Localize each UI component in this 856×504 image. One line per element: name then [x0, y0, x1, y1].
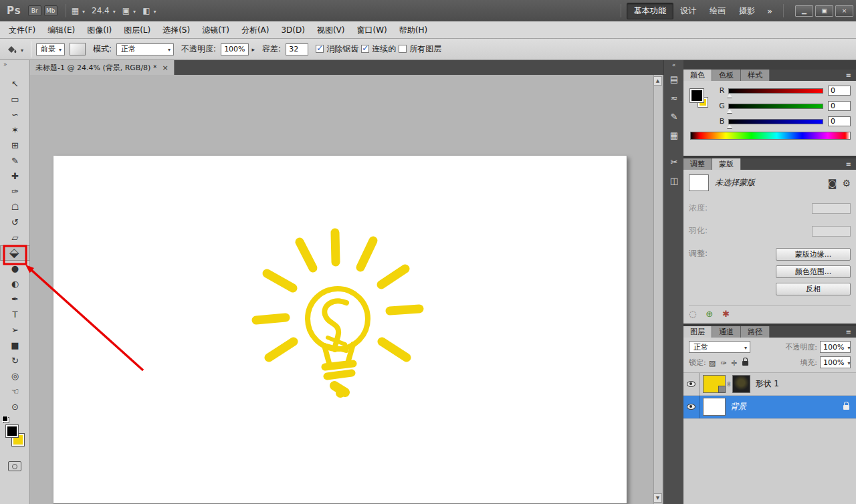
layers-panel-tab[interactable]: 通道 [712, 326, 741, 338]
spot-healing-tool[interactable]: ✚ [0, 168, 30, 184]
quick-mask-button[interactable] [8, 461, 21, 471]
clone-stamp-tool[interactable]: ☖ [0, 199, 30, 215]
zoom-tool[interactable]: ⊙ [0, 399, 30, 414]
lock-position-icon[interactable]: ✛ [731, 359, 737, 368]
history-brush-tool[interactable]: ↺ [0, 215, 30, 230]
layers-panel-menu-icon[interactable]: ≡ [841, 326, 856, 338]
restore-button[interactable]: ▣ [815, 5, 833, 17]
close-button[interactable]: × [835, 5, 853, 17]
slider-handle-icon[interactable] [727, 94, 732, 98]
path-selection-tool[interactable]: ➢ [0, 322, 30, 338]
menu-item-6[interactable]: 滤镜(T) [196, 21, 235, 39]
delete-mask-icon[interactable]: ✱ [722, 309, 730, 319]
minimize-button[interactable]: ▁ [795, 5, 813, 17]
move-tool[interactable]: ↖ [0, 76, 30, 92]
vertical-scrollbar[interactable]: ▲ ▼ [653, 75, 662, 504]
panel-icon-pen[interactable]: ✎ [664, 107, 684, 126]
color-spectrum[interactable] [690, 132, 851, 140]
color-panel-menu-icon[interactable]: ≡ [841, 70, 856, 81]
workspace-overflow-button[interactable]: » [762, 6, 778, 16]
apply-mask-icon[interactable]: ⊕ [706, 309, 713, 319]
default-colors-icon[interactable] [3, 417, 9, 423]
lock-all-icon[interactable] [742, 358, 748, 366]
tolerance-input[interactable]: 32 [286, 43, 308, 55]
slider-handle-icon[interactable] [727, 109, 732, 113]
visibility-toggle[interactable] [683, 396, 700, 418]
foreground-color-swatch[interactable] [6, 425, 18, 437]
mini-bridge-button[interactable]: Mb [44, 5, 58, 16]
3d-rotate-tool[interactable]: ↻ [0, 353, 30, 368]
add-vector-mask-icon[interactable]: ⚙ [842, 178, 851, 188]
screen-mode-dropdown[interactable]: ◧ [142, 6, 156, 15]
opacity-input[interactable]: 100% [221, 43, 248, 55]
eyedropper-tool[interactable]: ✎ [0, 153, 30, 168]
fill-preview-swatch[interactable] [70, 43, 86, 55]
tools-collapse-icon[interactable]: » [0, 60, 29, 68]
menu-item-10[interactable]: 窗口(W) [351, 21, 393, 39]
menu-item-2[interactable]: 编辑(E) [41, 21, 81, 39]
paint-bucket-tool[interactable]: ◪ [0, 245, 30, 261]
panel-icon-adjustments[interactable]: ▤ [664, 70, 684, 88]
masks-panel-tab[interactable]: 调整 [683, 158, 712, 170]
lasso-tool[interactable]: ∽ [0, 107, 30, 122]
add-pixel-mask-icon[interactable]: ◙ [828, 178, 837, 188]
lock-image-icon[interactable]: ✑ [720, 359, 726, 368]
pen-tool[interactable]: ✒ [0, 291, 30, 307]
layer-mask-thumbnail[interactable] [732, 375, 750, 393]
option-checkbox-2[interactable]: 连续的 [361, 43, 396, 55]
workspace-button[interactable]: 摄影 [732, 3, 762, 19]
scroll-down-icon[interactable]: ▼ [653, 493, 662, 503]
bridge-button[interactable]: Br [28, 5, 41, 16]
panel-foreground-swatch[interactable] [690, 89, 704, 102]
layer-thumbnail[interactable] [703, 375, 726, 393]
masks-panel-tab[interactable]: 蒙版 [712, 158, 741, 170]
dodge-tool[interactable]: ◐ [0, 276, 30, 291]
channel-value-input[interactable]: 0 [828, 116, 851, 126]
menu-item-5[interactable]: 选择(S) [156, 21, 196, 39]
mode-select[interactable]: 正常 [116, 43, 174, 55]
tool-preset-picker[interactable] [4, 43, 26, 56]
menu-item-7[interactable]: 分析(A) [235, 21, 276, 39]
menu-item-3[interactable]: 图像(I) [81, 21, 118, 39]
channel-slider[interactable] [728, 104, 823, 109]
rect-marquee-tool[interactable]: ▭ [0, 92, 30, 107]
layer-row[interactable]: ∞形状 1 [683, 373, 856, 396]
workspace-button[interactable]: 基本功能 [627, 3, 673, 19]
channel-value-input[interactable]: 0 [828, 86, 851, 96]
expand-panels-icon[interactable]: « [664, 60, 683, 70]
load-selection-icon[interactable]: ◌ [689, 309, 696, 319]
shape-tool[interactable]: ■ [0, 338, 30, 353]
workspace-button[interactable]: 绘画 [703, 3, 732, 19]
type-tool[interactable]: T [0, 307, 30, 322]
workspace-button[interactable]: 设计 [673, 3, 703, 19]
document-canvas[interactable] [54, 156, 627, 504]
layers-opacity-input[interactable]: 100% [820, 341, 851, 353]
menu-item-4[interactable]: 图层(L) [118, 21, 156, 39]
panel-icon-grid[interactable]: ▦ [664, 126, 684, 144]
eraser-tool[interactable]: ▱ [0, 230, 30, 245]
opacity-spinner-icon[interactable]: ▸ [252, 46, 255, 53]
color-panel-tab[interactable]: 颜色 [683, 70, 712, 81]
color-range-button[interactable]: 颜色范围... [776, 265, 851, 278]
document-tab[interactable]: 未标题-1 @ 24.4% (背景, RGB/8) * × [30, 60, 175, 75]
layout-dropdown[interactable]: ▦ [72, 6, 85, 15]
option-checkbox-3[interactable]: 所有图层 [399, 43, 441, 55]
3d-orbit-tool[interactable]: ◎ [0, 368, 30, 384]
masks-panel-menu-icon[interactable]: ≡ [841, 158, 856, 170]
menu-item-11[interactable]: 帮助(H) [393, 21, 433, 39]
fill-input[interactable]: 100% [820, 356, 851, 368]
layer-thumbnail[interactable] [703, 398, 726, 416]
panel-icon-half-square[interactable]: ◫ [664, 171, 684, 190]
layers-panel-tab[interactable]: 路径 [741, 326, 770, 338]
color-panel-tab[interactable]: 样式 [741, 70, 770, 81]
zoom-dropdown[interactable]: 24.4 [92, 6, 116, 15]
panel-icon-waves[interactable]: ≈ [664, 88, 684, 107]
scroll-up-icon[interactable]: ▲ [653, 76, 662, 86]
color-panel-tab[interactable]: 色板 [712, 70, 741, 81]
lock-transparent-icon[interactable]: ▨ [709, 359, 716, 368]
channel-slider[interactable] [728, 88, 823, 94]
document-close-icon[interactable]: × [162, 64, 168, 72]
channel-slider[interactable] [728, 119, 823, 124]
view-extras-dropdown[interactable]: ▣ [122, 6, 136, 15]
layers-panel-tab[interactable]: 图层 [683, 326, 712, 338]
